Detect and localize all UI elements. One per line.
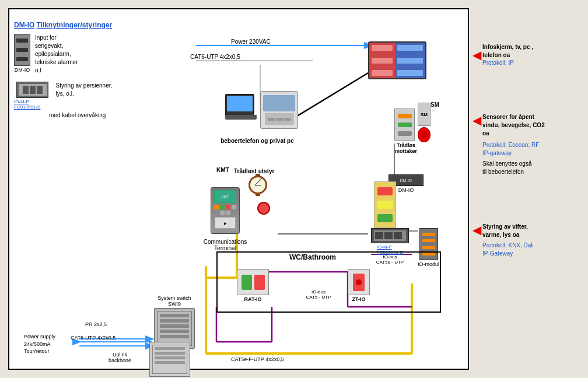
system-switch-label: System switchSWI9 [158, 295, 191, 307]
rat-io-label: RAT-IO [244, 296, 262, 302]
diagram-area: DM-IO Tilknytninger/styringer DM-IO Inpu… [8, 8, 469, 370]
ann3-protocol: Protokoll: KNX, DaliIP-Gateway [482, 242, 534, 258]
tilknytninger-full-label: Tilknytninger/styringer [36, 21, 112, 29]
kmt-label: KMT [216, 167, 229, 173]
info-screen-device [368, 41, 426, 79]
panic-button [257, 202, 270, 215]
ann2-protocol1: Protokoll: Eocean; RFIP-gateway [482, 141, 545, 158]
tilknytninger-label: DM-IO [14, 21, 34, 29]
tradlos-mottaker-label: Trådløsmottaker [391, 142, 421, 154]
main-container: DM-IO Tilknytninger/styringer DM-IO Inpu… [0, 0, 588, 378]
styring-description: Styring av persienner, lys, o.l. [56, 82, 122, 98]
uplink-label: Uplinkbackbone [108, 352, 131, 363]
backbone-switch [149, 342, 190, 377]
sm-label: SM [430, 102, 439, 108]
annotation-2: ◀ Sensorer for åpentvindu, bevegelse, CO… [473, 113, 545, 176]
power-230vac-label: Power 230VAC [231, 38, 271, 45]
ann2-title: Sensorer for åpentvindu, bevegelse, CO2o… [482, 113, 545, 138]
red-arrow-2: ◀ [473, 114, 481, 126]
rat-io-device: RAT-IO [237, 269, 269, 302]
ann3-title: Styring av vifter,varme, lys oa [482, 223, 534, 239]
svg-line-2 [295, 68, 377, 117]
cat6-utp-bottom-label: CAT6-UTP 4x2x0,5 [71, 335, 116, 341]
red-arrow-3: ◀ [473, 224, 481, 236]
input-description: Input forsengevakt,epilepsialarm,teknisk… [35, 34, 78, 75]
wireless-receiver [394, 108, 415, 141]
dm-io-right-label: DM-IO [398, 187, 414, 193]
io-bus-cat5e-utp-label2: IO-busCAT5 - UTP [295, 289, 342, 300]
comm-terminal-device: KMT ▶ [211, 187, 240, 234]
system-switch-device: System switchSWI9 [154, 295, 195, 349]
comm-terminal-label: CommunicationsTerminal [202, 239, 249, 251]
ann1-title: Infoskjerm, tv, pc ,telefon oa [482, 43, 533, 60]
right-annotations: ◀ Infoskjerm, tv, pc ,telefon oa Protoko… [473, 8, 586, 370]
pr-label: PR 2x2,5 [85, 321, 107, 327]
sm-sensor: SM [418, 103, 430, 142]
ann2-protocol2: Skal benyttes ogsåtil beboertelefon [482, 160, 545, 176]
phone-device [260, 91, 298, 129]
cat5e-utp-bottom-label: CAT5e-F-UTP 4x2x0,5 [231, 356, 284, 362]
beboer-label: beboertelefon og privat pc [211, 138, 304, 144]
power-supply-device: Power supply24v/500mATour/retour [24, 333, 55, 355]
power-supply-label: Power supply24v/500mATour/retour [24, 333, 55, 355]
left-info-section: DM-IO Tilknytninger/styringer DM-IO Inpu… [14, 21, 122, 118]
wc-label: WC/Bathroom [289, 253, 336, 261]
zt-io-label: ZT-IO [352, 296, 366, 302]
dm-io-label-left: DM-IO [15, 67, 30, 73]
laptop-device [225, 94, 254, 116]
annotation-3: ◀ Styring av vifter,varme, lys oa Protok… [473, 223, 534, 258]
tradlos-utstyr [249, 176, 267, 194]
io-mp-label-left: IO-M-P FC010501-B [14, 99, 51, 110]
med-kabel-label: med kabel overvåking [49, 112, 122, 118]
io-bus-cat5e-utp-label1: IO-busCAT5e - UTP [365, 254, 415, 265]
cat6-utp-label: CAT6-UTP 4x2x0,5 [190, 54, 240, 60]
zt-io-device: ZT-IO [348, 269, 370, 302]
ann1-protocol: Protokoll: IP [482, 60, 533, 66]
red-arrow-1: ◀ [473, 49, 481, 61]
annotation-1: ◀ Infoskjerm, tv, pc ,telefon oa Protoko… [473, 43, 533, 66]
tradlos-utstyr-label: Trådløst utstyr [234, 168, 274, 174]
